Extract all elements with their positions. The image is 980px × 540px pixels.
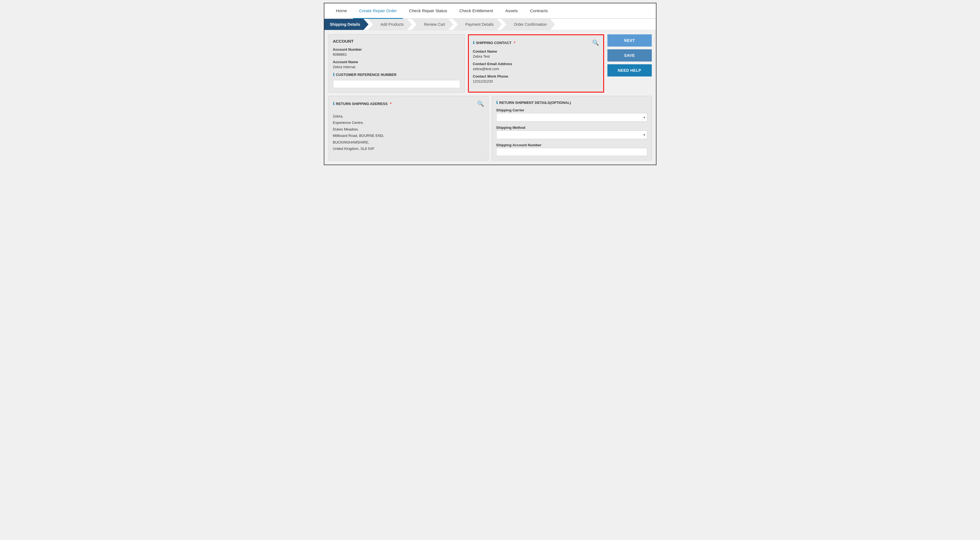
shipping-carrier-select[interactable] [496, 113, 648, 122]
wizard-bar: Shipping Details Add Products Review Car… [325, 19, 656, 30]
contact-phone-value: 1231231233 [473, 79, 599, 83]
shipping-contact-panel: ℹ SHIPPING CONTACT * 🔍 Contact Name Zebr… [468, 34, 604, 92]
shipping-carrier-label: Shipping Carrier [496, 108, 648, 112]
shipping-contact-title: ℹ SHIPPING CONTACT * 🔍 [473, 39, 599, 46]
account-name-label: Account Name [333, 60, 460, 64]
return-shipment-details-panel: ℹ RETURN SHIPMENT DETAILS(OPTIONAL) Ship… [492, 96, 652, 160]
content-area: ACCOUNT Account Number 6088861 Account N… [325, 30, 656, 165]
shipping-contact-info-icon: ℹ [473, 40, 474, 45]
return-shipment-title: ℹ RETURN SHIPMENT DETAILS(OPTIONAL) [496, 100, 648, 105]
customer-ref-label: Customer Reference Number [336, 73, 397, 77]
return-shipment-info-icon: ℹ [496, 100, 498, 105]
wizard-step-review-cart[interactable]: Review Cart [411, 19, 453, 30]
shipping-method-select[interactable] [496, 130, 648, 139]
shipping-method-wrapper: ▾ [496, 130, 648, 139]
wizard-step-payment-details[interactable]: Payment Details [453, 19, 502, 30]
customer-ref-input[interactable] [333, 80, 460, 88]
shipping-contact-search-icon[interactable]: 🔍 [592, 39, 599, 46]
bottom-grid: ℹ RETURN SHIPPING ADDRESS * 🔍 Zebra, Exp… [329, 96, 652, 160]
account-number-value: 6088861 [333, 52, 460, 57]
wizard-step-shipping-details[interactable]: Shipping Details [325, 19, 369, 30]
contact-phone-label: Contact Work Phone [473, 74, 599, 78]
shipping-account-number-input[interactable] [496, 148, 648, 156]
next-button[interactable]: NEXT [608, 34, 652, 46]
account-section-title: ACCOUNT [333, 39, 460, 43]
return-shipping-address-panel: ℹ RETURN SHIPPING ADDRESS * 🔍 Zebra, Exp… [329, 96, 488, 160]
account-name-value: Zebra Internal [333, 65, 460, 69]
account-number-label: Account Number [333, 48, 460, 52]
contact-email-value: zebra@test.com [473, 67, 599, 71]
nav-create-repair-order[interactable]: Create Repair Order [353, 3, 403, 19]
return-address-value: Zebra, Experience Centre, Dukes Meadow, … [333, 110, 484, 155]
account-panel: ACCOUNT Account Number 6088861 Account N… [329, 34, 465, 92]
wizard-step-add-products[interactable]: Add Products [368, 19, 412, 30]
return-address-title: ℹ RETURN SHIPPING ADDRESS * 🔍 [333, 100, 484, 107]
nav-check-repair-status[interactable]: Check Repair Status [403, 3, 453, 19]
action-buttons: NEXT SAVE NEED HELP [608, 34, 652, 92]
app-container: Home Create Repair Order Check Repair St… [324, 3, 657, 165]
return-shipment-label: RETURN SHIPMENT DETAILS(OPTIONAL) [499, 100, 571, 105]
shipping-account-number-label: Shipping Account Number [496, 143, 648, 147]
return-address-required: * [390, 102, 391, 106]
contact-name-value: Zebra Test [473, 54, 599, 59]
shipping-account-number-group: Shipping Account Number [496, 143, 648, 156]
main-grid: ACCOUNT Account Number 6088861 Account N… [329, 34, 652, 92]
shipping-method-label: Shipping Method [496, 125, 648, 130]
save-button[interactable]: SAVE [608, 49, 652, 62]
nav-home[interactable]: Home [330, 3, 353, 19]
customer-ref-title: ℹ Customer Reference Number [333, 72, 460, 77]
return-address-search-icon[interactable]: 🔍 [477, 100, 484, 107]
nav-assets[interactable]: Assets [499, 3, 524, 19]
customer-ref-info-icon: ℹ [333, 72, 334, 77]
top-nav: Home Create Repair Order Check Repair St… [325, 3, 656, 19]
need-help-button[interactable]: NEED HELP [608, 64, 652, 76]
contact-name-label: Contact Name [473, 49, 599, 54]
shipping-contact-required: * [514, 41, 515, 45]
shipping-method-group: Shipping Method ▾ [496, 125, 648, 139]
shipping-carrier-wrapper: ▾ [496, 113, 648, 122]
nav-contracts[interactable]: Contracts [524, 3, 554, 19]
wizard-step-order-confirmation[interactable]: Order Confirmation [501, 19, 555, 30]
shipping-contact-label: SHIPPING CONTACT [476, 41, 511, 45]
nav-check-entitlement[interactable]: Check Entitlement [453, 3, 499, 19]
shipping-carrier-group: Shipping Carrier ▾ [496, 108, 648, 122]
return-address-info-icon: ℹ [333, 102, 334, 106]
return-address-label: RETURN SHIPPING ADDRESS [336, 102, 388, 106]
contact-email-label: Contact Email Address [473, 62, 599, 66]
